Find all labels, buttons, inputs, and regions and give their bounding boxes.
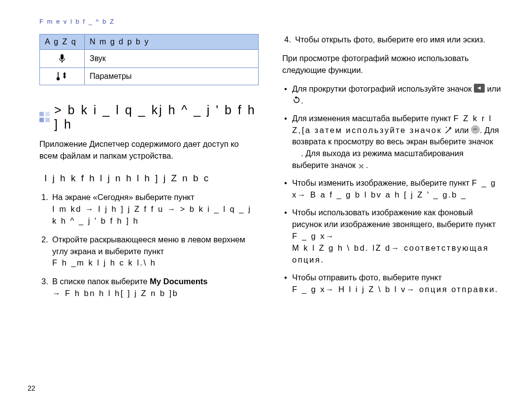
blank-icon bbox=[292, 149, 301, 157]
close-icon: ✕ bbox=[358, 161, 366, 169]
list-item: На экране «Сегодня» выберите пункт I m k… bbox=[39, 192, 259, 227]
svg-rect-1 bbox=[58, 72, 59, 77]
table-cell-label: Звук bbox=[85, 50, 259, 68]
sub-heading: I j h k f h l j n h l h ] j Z n b c bbox=[44, 173, 259, 184]
section-title: > b k i _ l q _ kj h ^ _ j ' b f h ] h bbox=[54, 103, 259, 132]
sparkle-icon bbox=[444, 126, 453, 134]
table-row: Параметры bbox=[40, 68, 259, 85]
table-cell-label: Параметры bbox=[85, 68, 259, 85]
list-item: В списке папок выберите My Documents → F… bbox=[39, 276, 259, 299]
bullets-list: Для прокрутки фотографий используйте зна… bbox=[282, 83, 501, 296]
steps-list: На экране «Сегодня» выберите пункт I m k… bbox=[39, 192, 259, 299]
left-column: A g Z q N m g d p b y Звук bbox=[39, 34, 259, 306]
table-header-1: A g Z q bbox=[40, 34, 85, 50]
svg-point-0 bbox=[57, 77, 60, 80]
grid-icon bbox=[39, 112, 49, 123]
page-number: 22 bbox=[28, 384, 35, 392]
prev-icon bbox=[474, 84, 485, 93]
list-item: Для прокрутки фотографий используйте зна… bbox=[282, 83, 501, 107]
mic-icon bbox=[45, 54, 79, 64]
list-item: Чтобы открыть фото, выберите его имя или… bbox=[282, 34, 501, 46]
list-item: Чтобы изменить изображение, выберите пун… bbox=[282, 177, 501, 201]
list-item: Откройте раскрывающееся меню в левом вер… bbox=[39, 234, 259, 269]
table-header-2: N m g d p b y bbox=[85, 34, 259, 50]
icon-table: A g Z q N m g d p b y Звук bbox=[39, 34, 259, 85]
right-column: Чтобы открыть фото, выберите его имя или… bbox=[282, 34, 501, 306]
section-heading: > b k i _ l q _ kj h ^ _ j ' b f h ] h bbox=[39, 103, 259, 132]
doc-header: F m e v l b f _ ^ b Z bbox=[39, 18, 502, 25]
right-intro: При просмотре фотографий можно использов… bbox=[282, 53, 501, 76]
list-item: Чтобы отправить фото, выберите пункт F _… bbox=[282, 272, 501, 296]
steps-list-cont: Чтобы открыть фото, выберите его имя или… bbox=[282, 34, 501, 46]
table-row: Звук bbox=[40, 50, 259, 68]
rotate-icon bbox=[292, 96, 301, 104]
sliders-icon bbox=[45, 72, 79, 81]
list-item: Для изменения масштаба выберите пункт F … bbox=[282, 113, 501, 172]
list-item: Чтобы использовать изображение как фонов… bbox=[282, 207, 501, 266]
intro-text: Приложение Диспетчер содержимого дает до… bbox=[39, 138, 259, 162]
zoom-out-icon bbox=[471, 125, 480, 134]
